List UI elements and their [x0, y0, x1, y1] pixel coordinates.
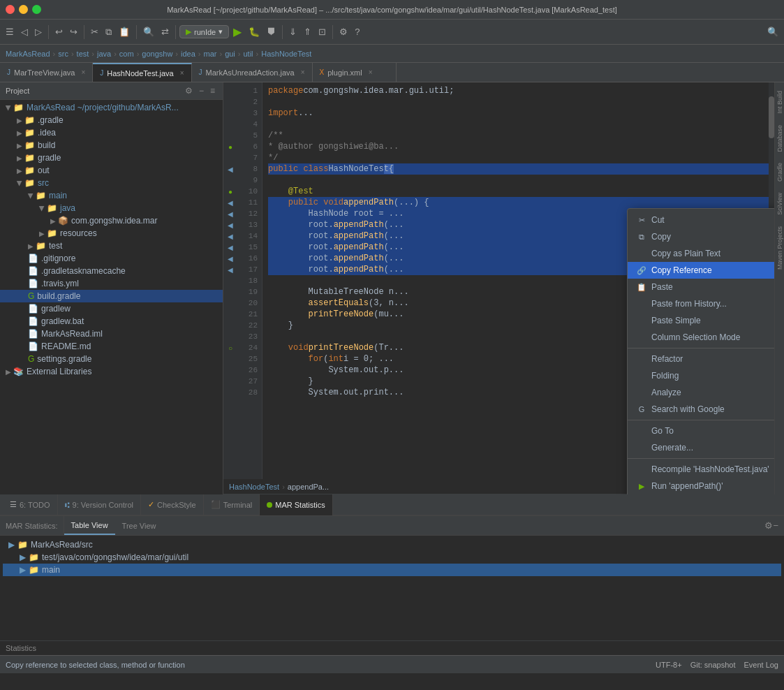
help-btn[interactable]: ? [352, 25, 362, 38]
nav-hashnode[interactable]: HashNodeTest [261, 50, 311, 58]
menu-cut[interactable]: ✂ Cut ⌘X [628, 212, 774, 228]
checkstyle-tab[interactable]: ✓ CheckStyle [141, 494, 204, 515]
sciview-panel[interactable]: SciView [776, 187, 783, 221]
tree-item-build[interactable]: ▶ 📁 build [0, 139, 223, 152]
sidebar-btn-collapse[interactable]: − [197, 85, 206, 96]
menu-search-google[interactable]: G Search with Google [628, 401, 774, 418]
gutter-24[interactable]: ○ [223, 342, 237, 353]
tree-item-main[interactable]: ▶ 📁 main [0, 189, 223, 202]
subtab-tree-view[interactable]: Tree View [115, 516, 163, 535]
tree-item-readme[interactable]: 📄 README.md [0, 340, 223, 353]
menu-folding[interactable]: Folding ▶ [628, 367, 774, 384]
code-editor[interactable]: ● ◀ ● ◀ ◀ ◀ ◀ ◀ ◀ ◀ ○ 1 2 [223, 82, 774, 494]
tree-item-gradlewbat[interactable]: 📄 gradlew.bat [0, 315, 223, 328]
database-panel[interactable]: Database [776, 119, 783, 158]
menu-copy-plain[interactable]: Copy as Plain Text [628, 245, 774, 262]
menu-analyze[interactable]: Analyze ▶ [628, 384, 774, 401]
sidebar-btn-settings[interactable]: ≡ [208, 85, 217, 96]
tab-close-pluginxml[interactable]: × [369, 68, 373, 76]
menu-column-selection[interactable]: Column Selection Mode ⇧⌘8 [628, 329, 774, 346]
menu-generate[interactable]: Generate... ^N [628, 439, 774, 456]
nav-java[interactable]: java [97, 50, 111, 58]
tree-item-iml[interactable]: 📄 MarkAsRead.iml [0, 328, 223, 340]
toolbar-btn-find[interactable]: 🔍 [140, 25, 157, 38]
nav-gongshw[interactable]: gongshw [142, 50, 172, 58]
tree-item-gradlew[interactable]: 📄 gradlew [0, 302, 223, 315]
nav-src[interactable]: src [58, 50, 68, 58]
menu-recompile[interactable]: Recompile 'HashNodeTest.java' ⇧⌘F9 [628, 461, 774, 478]
tree-item-src[interactable]: ▶ 📁 src [0, 177, 223, 189]
nav-gui[interactable]: gui [225, 50, 235, 58]
toolbar-btn-replace[interactable]: ⇄ [158, 25, 172, 38]
tree-item-idea[interactable]: ▶ 📁 .idea [0, 126, 223, 139]
subtab-table-view[interactable]: Table View [64, 516, 115, 535]
toolbar-btn-copy[interactable]: ⧉ [103, 25, 114, 39]
toolbar-btn-menu[interactable]: ☰ [3, 25, 17, 38]
status-event-log[interactable]: Event Log [744, 661, 778, 669]
minimize-button[interactable] [19, 5, 28, 14]
tab-markasunread[interactable]: J MarkAsUnreadAction.java × [192, 63, 313, 82]
run-config-selector[interactable]: ▶ runIde ▾ [179, 25, 229, 38]
toolbar-btn-paste[interactable]: 📋 [116, 25, 133, 38]
tab-close-martreeview[interactable]: × [81, 68, 85, 76]
settings-btn[interactable]: ⚙ [336, 25, 350, 38]
menu-paste[interactable]: 📋 Paste ⌘V [628, 279, 774, 295]
git-push[interactable]: ⇑ [301, 25, 314, 38]
tree-item-out[interactable]: ▶ 📁 out [0, 164, 223, 177]
bottom-close-btn[interactable]: − [773, 520, 778, 531]
tree-item-gradlefolder[interactable]: ▶ 📁 gradle [0, 152, 223, 164]
nav-util[interactable]: util [243, 50, 253, 58]
menu-paste-simple[interactable]: Paste Simple ⌥⇧⌘V [628, 312, 774, 329]
tab-close-markasunread[interactable]: × [301, 68, 305, 76]
close-button[interactable] [6, 5, 15, 14]
maven-panel[interactable]: Maven Projects [776, 221, 783, 275]
todo-tab[interactable]: ☰ 6: TODO [3, 494, 58, 515]
git-history[interactable]: ⊡ [316, 25, 329, 38]
nav-markasread[interactable]: MarkAsRead [6, 50, 50, 58]
tree-item-java[interactable]: ▶ 📁 java [0, 202, 223, 214]
tree-item-settings[interactable]: G settings.gradle [0, 353, 223, 365]
tree-item-buildgradle[interactable]: G build.gradle [0, 290, 223, 302]
menu-refactor[interactable]: Refactor ▶ [628, 351, 774, 367]
tab-close-hashnodetest[interactable]: × [180, 69, 184, 77]
search-everywhere[interactable]: 🔍 [764, 25, 781, 38]
terminal-tab[interactable]: ⬛ Terminal [204, 494, 260, 515]
nav-com[interactable]: com [119, 50, 134, 58]
bottom-item-main[interactable]: ▶ 📁 main [3, 564, 781, 576]
gradle-panel[interactable]: Gradle [776, 157, 783, 187]
tab-martreeview[interactable]: J MarTreeView.java × [0, 63, 93, 82]
bottom-settings-btn[interactable]: ⚙ [764, 520, 773, 531]
menu-run[interactable]: ▶ Run 'appendPath()' ^⇧F10 [628, 478, 774, 494]
tree-item-root[interactable]: ▶ 📁 MarkAsRead ~/project/github/MarkAsR.… [0, 101, 223, 114]
menu-copy[interactable]: ⧉ Copy ⌘C [628, 228, 774, 245]
tab-hashnodetest[interactable]: J HashNodeTest.java × [93, 63, 191, 82]
debug-button[interactable]: 🐛 [246, 25, 262, 38]
toolbar-btn-back[interactable]: ◁ [18, 25, 31, 38]
git-update[interactable]: ⇓ [286, 25, 299, 38]
tree-item-external[interactable]: ▶ 📚 External Libraries [0, 365, 223, 378]
tree-item-resources[interactable]: ▶ 📁 resources [0, 227, 223, 240]
tree-item-gradle[interactable]: ▶ 📁 .gradle [0, 114, 223, 126]
tab-pluginxml[interactable]: X plugin.xml × [313, 63, 397, 82]
tree-item-com[interactable]: ▶ 📦 com.gongshw.idea.mar [0, 214, 223, 227]
vcs-tab[interactable]: ⑆ 9: Version Control [58, 494, 141, 515]
toolbar-btn-undo[interactable]: ↩ [52, 25, 66, 38]
sidebar-btn-gear[interactable]: ⚙ [183, 85, 195, 96]
toolbar-btn-redo[interactable]: ↪ [67, 25, 80, 38]
toolbar-btn-forward[interactable]: ▷ [32, 25, 45, 38]
coverage-button[interactable]: ⛊ [264, 25, 279, 38]
menu-paste-history[interactable]: Paste from History... ⇧⌘V [628, 295, 774, 312]
tree-item-gitignore[interactable]: 📄 .gitignore [0, 252, 223, 265]
toolbar-btn-cut[interactable]: ✂ [88, 25, 101, 38]
mar-stats-tab[interactable]: MAR Statistics [260, 494, 333, 515]
nav-test[interactable]: test [77, 50, 89, 58]
scrollbar-thumb[interactable] [769, 96, 774, 138]
int-build-panel[interactable]: Int Build [776, 85, 783, 119]
status-encoding[interactable]: UTF-8+ [656, 661, 682, 669]
bottom-item-testpath[interactable]: ▶ 📁 test/java/com/gongshw/idea/mar/gui/u… [3, 551, 781, 564]
run-button[interactable]: ▶ [230, 24, 244, 40]
bottom-item-root[interactable]: ▶ 📁 MarkAsRead/src [3, 538, 781, 551]
menu-goto[interactable]: Go To ▶ [628, 423, 774, 439]
tree-item-travis[interactable]: 📄 .travis.yml [0, 277, 223, 290]
nav-idea[interactable]: idea [181, 50, 195, 58]
